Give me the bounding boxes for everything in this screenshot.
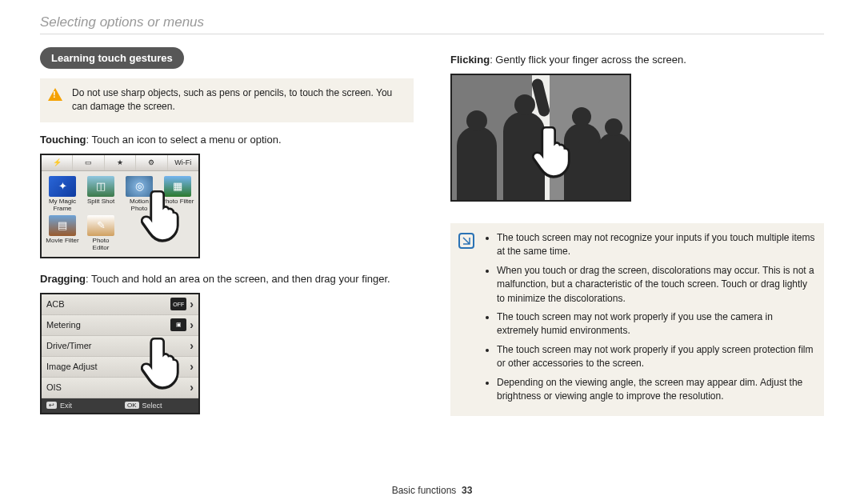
chevron-right-icon: ›: [190, 381, 194, 394]
chevron-right-icon: ›: [190, 360, 194, 373]
info-item: When you touch or drag the screen, disco…: [497, 264, 816, 306]
flicking-figure: [450, 74, 631, 202]
chevron-right-icon: ›: [190, 298, 194, 310]
info-item: The touch screen may not recognize your …: [497, 231, 816, 259]
ok-key-icon: OK: [125, 402, 139, 409]
info-item: The touch screen may not work properly i…: [497, 310, 816, 338]
app-movie-filter[interactable]: ▤Movie Filter: [45, 215, 80, 252]
app-photo-editor[interactable]: ✎Photo Editor: [83, 215, 118, 252]
row-metering[interactable]: Metering▣›: [42, 315, 198, 336]
page-header: Selecting options or menus: [40, 14, 824, 30]
flicking-label: Flicking: [450, 54, 490, 66]
exit-button[interactable]: ↩Exit: [42, 398, 120, 413]
chevron-right-icon: ›: [190, 339, 194, 352]
info-list: The touch screen may not recognize your …: [484, 231, 816, 408]
row-acb[interactable]: ACBOFF›: [42, 294, 198, 315]
footer-section: Basic functions: [392, 485, 457, 496]
app-split-shot[interactable]: ◫Split Shot: [83, 176, 118, 213]
dragging-desc: : Touch and hold an area on the screen, …: [86, 273, 390, 285]
dragging-figure: ACBOFF› Metering▣› Drive/Timer› Image Ad…: [40, 293, 200, 414]
info-note: The touch screen may not recognize your …: [450, 223, 824, 416]
back-key-icon: ↩: [46, 402, 57, 409]
chevron-right-icon: ›: [190, 318, 194, 331]
section-badge: Learning touch gestures: [40, 47, 184, 69]
info-icon: [458, 233, 474, 249]
settings-footer: ↩Exit OKSelect: [42, 398, 198, 413]
hand-pointer-icon: [138, 187, 186, 243]
tab-settings-icon[interactable]: ⚙: [136, 155, 167, 170]
hand-pointer-icon: [138, 334, 186, 390]
touching-label: Touching: [40, 134, 86, 146]
flicking-desc: : Gently flick your finger across the sc…: [490, 54, 686, 66]
warning-note: Do not use sharp objects, such as pens o…: [40, 78, 414, 122]
page-number: 33: [462, 485, 472, 496]
dragging-label: Dragging: [40, 273, 86, 285]
warning-text: Do not use sharp objects, such as pens o…: [72, 86, 406, 114]
tab-flash-icon[interactable]: ⚡: [42, 155, 73, 170]
hand-pointer-icon: [529, 123, 577, 179]
touching-desc: : Touch an icon to select a menu or opti…: [86, 134, 282, 146]
divider: [40, 34, 824, 34]
right-column: Flicking: Gently flick your finger acros…: [450, 47, 824, 427]
tab-favorites-icon[interactable]: ★: [105, 155, 136, 170]
left-column: Learning touch gestures Do not use sharp…: [40, 47, 414, 427]
page-footer: Basic functions 33: [0, 485, 864, 496]
tab-album-icon[interactable]: ▭: [73, 155, 104, 170]
tab-wifi[interactable]: Wi-Fi: [168, 155, 198, 170]
acb-off-indicator: OFF: [170, 298, 186, 310]
camera-tabbar: ⚡ ▭ ★ ⚙ Wi-Fi: [42, 155, 198, 171]
touching-heading: Touching: Touch an icon to select a menu…: [40, 134, 414, 146]
info-item: The touch screen may not work properly i…: [497, 343, 816, 371]
info-item: Depending on the viewing angle, the scre…: [497, 376, 816, 404]
select-button[interactable]: OKSelect: [120, 398, 198, 413]
touching-figure: ⚡ ▭ ★ ⚙ Wi-Fi ✦My Magic Frame ◫Split Sho…: [40, 154, 200, 258]
app-my-magic-frame[interactable]: ✦My Magic Frame: [45, 176, 80, 213]
warning-icon: [48, 88, 62, 101]
flicking-heading: Flicking: Gently flick your finger acros…: [450, 54, 824, 66]
dragging-heading: Dragging: Touch and hold an area on the …: [40, 273, 414, 285]
metering-indicator-icon: ▣: [170, 318, 186, 331]
